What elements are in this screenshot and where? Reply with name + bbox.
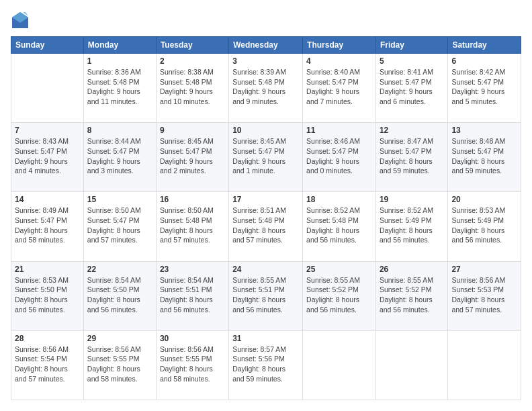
day-detail: Sunrise: 8:51 AMSunset: 5:48 PMDaylight:… [232, 205, 299, 245]
day-number: 6 [451, 56, 517, 66]
day-number: 1 [87, 56, 152, 66]
day-number: 17 [232, 195, 299, 204]
day-detail: Sunrise: 8:52 AMSunset: 5:48 PMDaylight:… [306, 205, 372, 245]
day-number: 3 [232, 56, 299, 66]
day-cell: 2 Sunrise: 8:38 AMSunset: 5:48 PMDayligh… [156, 54, 228, 123]
day-detail: Sunrise: 8:56 AMSunset: 5:53 PMDaylight:… [451, 275, 517, 315]
weekday-header-row: SundayMondayTuesdayWednesdayThursdayFrid… [11, 37, 521, 54]
day-number: 25 [306, 265, 372, 274]
day-detail: Sunrise: 8:55 AMSunset: 5:51 PMDaylight:… [232, 275, 299, 315]
weekday-friday: Friday [375, 37, 447, 54]
day-number: 29 [87, 334, 152, 343]
day-cell [303, 330, 376, 400]
week-row-0: 1 Sunrise: 8:36 AMSunset: 5:48 PMDayligh… [11, 54, 521, 123]
day-number: 13 [451, 126, 517, 135]
day-number: 20 [451, 195, 517, 204]
day-cell: 27 Sunrise: 8:56 AMSunset: 5:53 PMDaylig… [448, 261, 521, 330]
day-cell: 16 Sunrise: 8:50 AMSunset: 5:48 PMDaylig… [156, 192, 228, 261]
weekday-thursday: Thursday [303, 37, 376, 54]
day-detail: Sunrise: 8:50 AMSunset: 5:48 PMDaylight:… [160, 205, 225, 245]
weekday-sunday: Sunday [11, 37, 84, 54]
weekday-tuesday: Tuesday [156, 37, 228, 54]
day-cell: 28 Sunrise: 8:56 AMSunset: 5:54 PMDaylig… [11, 330, 84, 400]
day-cell: 13 Sunrise: 8:48 AMSunset: 5:47 PMDaylig… [448, 123, 521, 192]
page: SundayMondayTuesdayWednesdayThursdayFrid… [0, 0, 532, 411]
week-row-3: 21 Sunrise: 8:53 AMSunset: 5:50 PMDaylig… [11, 261, 521, 330]
day-cell: 3 Sunrise: 8:39 AMSunset: 5:48 PMDayligh… [229, 54, 303, 123]
day-detail: Sunrise: 8:46 AMSunset: 5:47 PMDaylight:… [306, 136, 372, 176]
day-cell: 18 Sunrise: 8:52 AMSunset: 5:48 PMDaylig… [303, 192, 376, 261]
day-cell: 23 Sunrise: 8:54 AMSunset: 5:51 PMDaylig… [156, 261, 228, 330]
logo [11, 11, 32, 30]
day-detail: Sunrise: 8:39 AMSunset: 5:48 PMDaylight:… [232, 67, 299, 107]
day-cell: 14 Sunrise: 8:49 AMSunset: 5:47 PMDaylig… [11, 192, 84, 261]
day-detail: Sunrise: 8:36 AMSunset: 5:48 PMDaylight:… [87, 67, 152, 107]
day-detail: Sunrise: 8:40 AMSunset: 5:47 PMDaylight:… [306, 67, 372, 107]
day-cell: 24 Sunrise: 8:55 AMSunset: 5:51 PMDaylig… [229, 261, 303, 330]
day-detail: Sunrise: 8:48 AMSunset: 5:47 PMDaylight:… [451, 136, 517, 176]
day-detail: Sunrise: 8:52 AMSunset: 5:49 PMDaylight:… [380, 205, 444, 245]
day-detail: Sunrise: 8:55 AMSunset: 5:52 PMDaylight:… [306, 275, 372, 315]
day-detail: Sunrise: 8:47 AMSunset: 5:47 PMDaylight:… [380, 136, 444, 176]
day-number: 14 [15, 195, 80, 204]
day-cell: 10 Sunrise: 8:45 AMSunset: 5:47 PMDaylig… [229, 123, 303, 192]
day-detail: Sunrise: 8:49 AMSunset: 5:47 PMDaylight:… [15, 205, 80, 245]
day-number: 21 [15, 265, 80, 274]
day-cell: 9 Sunrise: 8:45 AMSunset: 5:47 PMDayligh… [156, 123, 228, 192]
day-number: 4 [306, 56, 372, 66]
weekday-wednesday: Wednesday [229, 37, 303, 54]
day-detail: Sunrise: 8:50 AMSunset: 5:47 PMDaylight:… [87, 205, 152, 245]
day-detail: Sunrise: 8:53 AMSunset: 5:49 PMDaylight:… [451, 205, 517, 245]
day-detail: Sunrise: 8:44 AMSunset: 5:47 PMDaylight:… [87, 136, 152, 176]
week-row-1: 7 Sunrise: 8:43 AMSunset: 5:47 PMDayligh… [11, 123, 521, 192]
day-number: 8 [87, 126, 152, 135]
day-number: 11 [306, 126, 372, 135]
week-row-4: 28 Sunrise: 8:56 AMSunset: 5:54 PMDaylig… [11, 330, 521, 400]
weekday-saturday: Saturday [448, 37, 521, 54]
day-detail: Sunrise: 8:43 AMSunset: 5:47 PMDaylight:… [15, 136, 80, 176]
day-detail: Sunrise: 8:56 AMSunset: 5:54 PMDaylight:… [15, 345, 80, 384]
day-number: 5 [380, 56, 444, 66]
day-cell: 11 Sunrise: 8:46 AMSunset: 5:47 PMDaylig… [303, 123, 376, 192]
day-cell: 15 Sunrise: 8:50 AMSunset: 5:47 PMDaylig… [83, 192, 156, 261]
day-cell: 17 Sunrise: 8:51 AMSunset: 5:48 PMDaylig… [229, 192, 303, 261]
day-cell: 5 Sunrise: 8:41 AMSunset: 5:47 PMDayligh… [375, 54, 447, 123]
day-detail: Sunrise: 8:45 AMSunset: 5:47 PMDaylight:… [232, 136, 299, 176]
day-number: 9 [160, 126, 225, 135]
day-detail: Sunrise: 8:54 AMSunset: 5:51 PMDaylight:… [160, 275, 225, 315]
day-cell: 19 Sunrise: 8:52 AMSunset: 5:49 PMDaylig… [375, 192, 447, 261]
day-cell: 12 Sunrise: 8:47 AMSunset: 5:47 PMDaylig… [375, 123, 447, 192]
day-cell: 6 Sunrise: 8:42 AMSunset: 5:47 PMDayligh… [448, 54, 521, 123]
day-detail: Sunrise: 8:56 AMSunset: 5:55 PMDaylight:… [87, 345, 152, 384]
day-cell: 20 Sunrise: 8:53 AMSunset: 5:49 PMDaylig… [448, 192, 521, 261]
header [11, 11, 521, 30]
day-number: 22 [87, 265, 152, 274]
day-number: 12 [380, 126, 444, 135]
day-number: 10 [232, 126, 299, 135]
day-detail: Sunrise: 8:56 AMSunset: 5:55 PMDaylight:… [160, 345, 225, 384]
day-number: 31 [232, 334, 299, 343]
day-detail: Sunrise: 8:55 AMSunset: 5:52 PMDaylight:… [380, 275, 444, 315]
logo-icon [11, 11, 30, 30]
day-detail: Sunrise: 8:45 AMSunset: 5:47 PMDaylight:… [160, 136, 225, 176]
day-number: 2 [160, 56, 225, 66]
day-cell [375, 330, 447, 400]
day-number: 15 [87, 195, 152, 204]
day-detail: Sunrise: 8:42 AMSunset: 5:47 PMDaylight:… [451, 67, 517, 107]
day-detail: Sunrise: 8:57 AMSunset: 5:56 PMDaylight:… [232, 345, 299, 384]
day-cell: 29 Sunrise: 8:56 AMSunset: 5:55 PMDaylig… [83, 330, 156, 400]
day-number: 26 [380, 265, 444, 274]
weekday-monday: Monday [83, 37, 156, 54]
day-number: 7 [15, 126, 80, 135]
day-detail: Sunrise: 8:54 AMSunset: 5:50 PMDaylight:… [87, 275, 152, 315]
day-cell: 4 Sunrise: 8:40 AMSunset: 5:47 PMDayligh… [303, 54, 376, 123]
day-cell: 22 Sunrise: 8:54 AMSunset: 5:50 PMDaylig… [83, 261, 156, 330]
day-number: 27 [451, 265, 517, 274]
day-cell [448, 330, 521, 400]
day-cell: 30 Sunrise: 8:56 AMSunset: 5:55 PMDaylig… [156, 330, 228, 400]
day-detail: Sunrise: 8:38 AMSunset: 5:48 PMDaylight:… [160, 67, 225, 107]
day-cell: 21 Sunrise: 8:53 AMSunset: 5:50 PMDaylig… [11, 261, 84, 330]
day-cell: 7 Sunrise: 8:43 AMSunset: 5:47 PMDayligh… [11, 123, 84, 192]
day-number: 16 [160, 195, 225, 204]
week-row-2: 14 Sunrise: 8:49 AMSunset: 5:47 PMDaylig… [11, 192, 521, 261]
